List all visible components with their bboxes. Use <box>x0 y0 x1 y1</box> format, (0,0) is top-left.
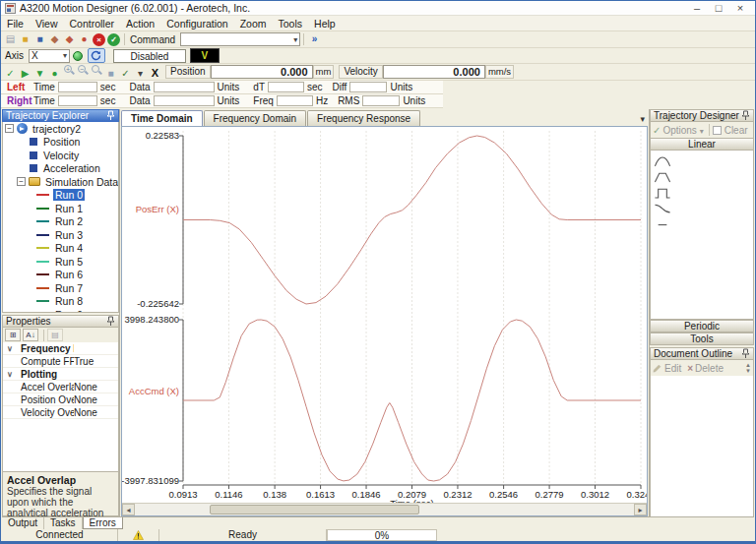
tree-item-run-2[interactable]: Run 2 <box>53 215 85 227</box>
tree-row[interactable]: Run 5 <box>3 255 118 269</box>
chevron-down-icon[interactable]: ∨ <box>3 370 17 379</box>
property-value[interactable]: None <box>74 394 118 405</box>
property-row[interactable]: Compute FFTrue <box>3 355 118 368</box>
pin-icon[interactable] <box>741 110 750 121</box>
menu-view[interactable]: View <box>30 17 64 30</box>
scroll-track[interactable] <box>135 504 634 515</box>
property-value[interactable]: None <box>74 382 118 393</box>
menu-controller[interactable]: Controller <box>64 17 121 30</box>
tree-item-run-6[interactable]: Run 6 <box>53 269 85 280</box>
command-input[interactable]: ▾ <box>180 32 300 46</box>
options-button[interactable]: Options ▾ <box>662 125 703 136</box>
tree-item-run-5[interactable]: Run 5 <box>53 256 85 268</box>
expand-toolbar-icon[interactable]: » <box>308 33 321 46</box>
pan-icon[interactable]: ■ <box>104 68 117 81</box>
shape-trapezoid-icon[interactable] <box>654 170 671 183</box>
open-icon[interactable]: ■ <box>19 33 32 46</box>
collapse-icon[interactable]: − <box>5 124 14 133</box>
tree-row[interactable]: Velocity <box>3 149 118 162</box>
property-row[interactable]: Velocity OveNone <box>3 406 118 419</box>
delete-x-icon[interactable]: × <box>687 363 693 374</box>
collapse-icon[interactable]: − <box>17 177 26 186</box>
tree-row[interactable]: Position <box>3 136 118 150</box>
property-value[interactable]: True <box>74 356 118 367</box>
shape-item[interactable] <box>651 168 753 184</box>
axis-select[interactable]: X ▾ <box>29 49 70 63</box>
tree-item-run-3[interactable]: Run 3 <box>53 229 85 241</box>
pin-icon[interactable] <box>106 316 115 327</box>
tab-time-domain[interactable]: Time Domain <box>121 110 203 127</box>
tree-item-run-0[interactable]: Run 0 <box>53 189 85 201</box>
right-data-field[interactable] <box>154 95 215 106</box>
tree-row[interactable]: Run 3 <box>3 228 118 242</box>
tree-row[interactable]: Run 8 <box>3 295 118 309</box>
dt-field[interactable] <box>268 82 304 92</box>
edit-button[interactable]: Edit <box>664 363 681 374</box>
left-data-field[interactable] <box>154 82 215 92</box>
zoom-out-icon[interactable]: − <box>77 64 89 77</box>
tab-tasks[interactable]: Tasks <box>44 517 83 529</box>
pin-icon[interactable] <box>741 348 750 359</box>
property-pages-icon[interactable]: ▤ <box>47 329 63 341</box>
left-time-field[interactable] <box>58 82 97 92</box>
pin-icon[interactable] <box>106 110 115 121</box>
fault-ack-button[interactable] <box>88 48 105 63</box>
scroll-left-icon[interactable]: ◂ <box>122 504 135 515</box>
tree-row[interactable]: Run 2 <box>3 215 118 229</box>
section-periodic[interactable]: Periodic <box>650 320 754 332</box>
shape-dwell-icon[interactable] <box>654 217 671 230</box>
close-button[interactable]: × <box>729 1 751 15</box>
shape-hump-icon[interactable] <box>654 154 671 167</box>
shape-item[interactable] <box>651 200 753 215</box>
enable-icon[interactable]: ✓ <box>107 33 120 46</box>
tree-item-simulation-data[interactable]: Simulation Data <box>43 176 119 188</box>
diff-field[interactable] <box>349 82 387 92</box>
chevron-down-icon[interactable]: ▾ <box>63 51 67 60</box>
property-category[interactable]: ∨Plotting <box>3 368 118 381</box>
property-row[interactable]: Position OveNone <box>3 393 118 406</box>
delete-button[interactable]: Delete <box>695 363 724 374</box>
freq-field[interactable] <box>277 95 313 106</box>
right-time-field[interactable] <box>58 95 97 106</box>
scroll-thumb[interactable] <box>210 505 419 514</box>
save-icon[interactable]: ■ <box>33 33 46 46</box>
categorized-icon[interactable]: ⊞ <box>5 329 21 341</box>
reset-program-icon[interactable]: ● <box>78 33 91 46</box>
outline-scroll-icons[interactable]: ▲▼ <box>745 362 751 374</box>
clear-button[interactable]: Clear <box>724 125 748 136</box>
accept-icon[interactable]: ✓ <box>4 68 17 81</box>
abort-icon[interactable]: × <box>93 33 105 46</box>
tree-item-trajectory[interactable]: trajectory2 <box>31 123 83 135</box>
retrieve-icon[interactable]: ◆ <box>48 33 61 46</box>
menu-file[interactable]: File <box>1 17 30 30</box>
tree-row[interactable]: Acceleration <box>3 162 118 176</box>
tab-frequency-domain[interactable]: Frequency Domain <box>204 110 306 126</box>
tree-row[interactable]: −Simulation Data <box>3 175 118 189</box>
rms-field[interactable] <box>362 95 400 106</box>
record-icon[interactable]: ● <box>48 68 61 81</box>
menu-configuration[interactable]: Configuration <box>160 17 233 30</box>
document-outline-header[interactable]: Document Outline <box>650 347 754 360</box>
edit-pencil-icon[interactable] <box>653 363 662 373</box>
scroll-right-icon[interactable]: ▸ <box>634 504 647 515</box>
shape-item[interactable] <box>651 215 753 231</box>
chevron-down-icon[interactable]: ▾ <box>293 35 297 44</box>
property-category[interactable]: ∨Frequency Domain <box>3 342 118 355</box>
property-value[interactable]: None <box>74 407 118 418</box>
shape-scurve-icon[interactable] <box>654 202 671 214</box>
menu-tools[interactable]: Tools <box>273 17 309 30</box>
tab-output[interactable]: Output <box>2 517 44 529</box>
caret-icon[interactable]: ▾ <box>134 68 147 81</box>
shape-step-icon[interactable] <box>654 186 671 199</box>
chart-hscrollbar[interactable]: ◂ ▸ <box>122 503 647 515</box>
tree-item-run-4[interactable]: Run 4 <box>53 242 85 254</box>
chevron-down-icon[interactable]: ∨ <box>3 344 17 353</box>
apply-icon[interactable]: ✓ <box>653 125 661 136</box>
menu-zoom[interactable]: Zoom <box>234 17 273 30</box>
zoom-in-icon[interactable]: + <box>63 64 75 77</box>
tree-item-velocity[interactable]: Velocity <box>41 150 81 161</box>
properties-header[interactable]: Properties <box>2 315 119 328</box>
minimize-button[interactable]: – <box>686 1 708 15</box>
trajectory-explorer-header[interactable]: Trajectory Explorer <box>2 109 119 122</box>
clear-icon[interactable]: X <box>149 67 161 80</box>
